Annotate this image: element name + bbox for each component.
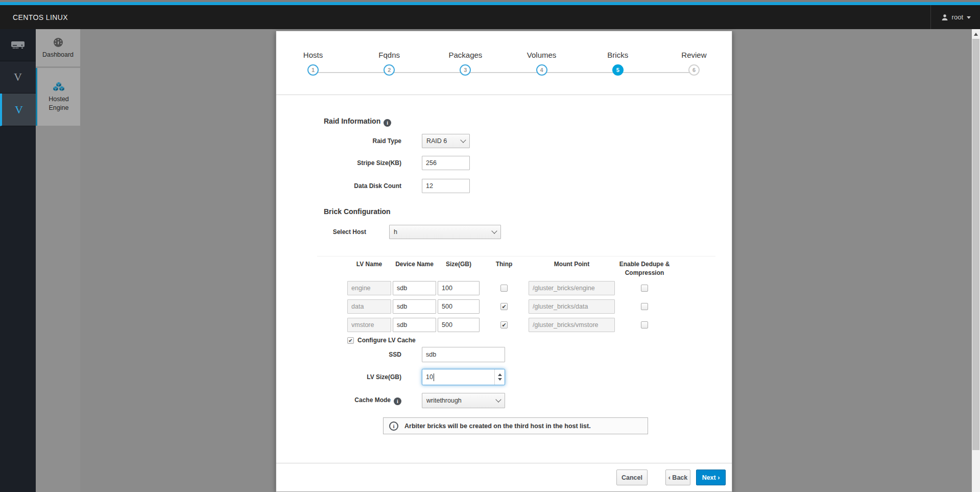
sidebar-item-host[interactable] xyxy=(0,29,36,61)
raid-type-row: Raid Type RAID 6 xyxy=(324,133,470,149)
step-review[interactable]: Review 6 xyxy=(668,51,720,76)
wizard-dialog: Hosts 1 Fqdns 2 Packages 3 Volumes 4 Bri… xyxy=(276,31,732,492)
col-mount-point: Mount Point xyxy=(529,260,615,269)
scrollbar-up-arrow-icon[interactable] xyxy=(974,33,978,36)
sidebar-item-dashboard[interactable]: Dashboard xyxy=(36,29,80,66)
step-fqdns[interactable]: Fqdns 2 xyxy=(364,51,415,76)
arbiter-info-alert: i Arbiter bricks will be created on the … xyxy=(383,417,648,434)
footer-divider xyxy=(276,463,732,463)
brand-title: CENTOS LINUX xyxy=(13,13,68,21)
sidebar-item-label: Dashboard xyxy=(42,51,74,59)
step-hosts[interactable]: Hosts 1 xyxy=(288,51,339,76)
size-input[interactable] xyxy=(438,281,480,295)
stripe-size-label: Stripe Size(KB) xyxy=(324,159,401,167)
raid-information-heading: Raid Informationi xyxy=(324,117,391,127)
info-icon: i xyxy=(394,397,401,405)
step-circle: 1 xyxy=(307,64,319,76)
step-circle: 3 xyxy=(460,64,471,76)
server-icon xyxy=(11,41,25,49)
primary-sidebar: V V xyxy=(0,29,36,492)
user-menu[interactable]: root xyxy=(930,5,975,29)
next-button[interactable]: Next › xyxy=(696,470,726,485)
thinp-checkbox[interactable]: ✔ xyxy=(500,321,508,329)
raid-type-label: Raid Type xyxy=(324,137,401,145)
text-caret xyxy=(434,373,434,381)
dedupe-checkbox[interactable] xyxy=(641,285,648,292)
size-input[interactable] xyxy=(438,299,480,314)
col-dedupe: Enable Dedupe & Compression xyxy=(616,260,673,277)
step-bricks-active[interactable]: Bricks 5 xyxy=(592,51,643,76)
dedupe-checkbox[interactable] xyxy=(641,303,648,310)
ssd-label: SSD xyxy=(324,351,401,358)
chevron-down-icon xyxy=(495,396,501,402)
col-size: Size(GB) xyxy=(438,260,480,269)
configure-lv-cache-checkbox[interactable]: ✔ xyxy=(347,337,354,344)
ssd-row: SSD xyxy=(324,347,505,362)
vertical-scrollbar[interactable] xyxy=(972,29,980,492)
dedupe-checkbox[interactable] xyxy=(641,321,648,329)
brick-row-data: ✔ xyxy=(347,299,673,314)
data-disk-count-input[interactable] xyxy=(422,179,470,193)
lv-size-input-focused[interactable]: 10 xyxy=(422,369,505,385)
select-host-row: Select Host h xyxy=(324,224,501,240)
chevron-down-icon xyxy=(460,137,466,143)
info-icon: i xyxy=(384,119,391,127)
alert-message: Arbiter bricks will be created on the th… xyxy=(404,423,591,430)
step-circle: 4 xyxy=(536,64,547,76)
steps-bar: Hosts 1 Fqdns 2 Packages 3 Volumes 4 Bri… xyxy=(288,51,720,76)
sidebar-item-hosted-engine[interactable]: Hosted Engine xyxy=(36,68,80,126)
configure-lv-cache-row: ✔ Configure LV Cache xyxy=(347,337,416,344)
thinp-checkbox[interactable]: ✔ xyxy=(500,303,508,310)
lv-name-input[interactable] xyxy=(347,281,391,295)
user-name: root xyxy=(952,13,963,21)
mount-point-input[interactable] xyxy=(529,318,615,332)
back-button[interactable]: ‹ Back xyxy=(665,470,690,485)
number-spinner[interactable] xyxy=(494,369,505,385)
brick-table-header: LV Name Device Name Size(GB) Thinp Mount… xyxy=(347,260,673,277)
col-thinp: Thinp xyxy=(481,260,527,269)
vm-initial: V xyxy=(14,71,22,84)
raid-type-select[interactable]: RAID 6 xyxy=(422,134,470,148)
step-circle: 5 xyxy=(612,64,624,76)
spinner-up-icon[interactable] xyxy=(498,373,502,376)
lv-name-input[interactable] xyxy=(347,318,391,332)
vm-initial: V xyxy=(15,103,23,116)
chevron-down-icon xyxy=(491,228,497,233)
cache-mode-select[interactable]: writethrough xyxy=(422,393,505,408)
select-host-label: Select Host xyxy=(324,228,366,236)
device-name-input[interactable] xyxy=(393,318,436,332)
chevron-down-icon xyxy=(967,16,971,19)
data-disk-count-label: Data Disk Count xyxy=(324,182,401,190)
ssd-input[interactable] xyxy=(422,347,505,362)
lv-size-label: LV Size(GB) xyxy=(324,373,401,381)
col-lv-name: LV Name xyxy=(347,260,391,269)
step-packages[interactable]: Packages 3 xyxy=(440,51,491,76)
step-volumes[interactable]: Volumes 4 xyxy=(516,51,567,76)
step-circle: 2 xyxy=(384,64,395,76)
device-name-input[interactable] xyxy=(393,299,436,314)
sidebar-item-vm-1[interactable]: V xyxy=(0,61,36,93)
secondary-sidebar: Dashboard xyxy=(36,29,80,492)
screen: CENTOS LINUX root V xyxy=(0,0,980,492)
brick-row-vmstore: ✔ xyxy=(347,317,673,333)
step-circle: 6 xyxy=(688,64,700,76)
select-host-select[interactable]: h xyxy=(389,225,501,239)
wizard-steps-header: Hosts 1 Fqdns 2 Packages 3 Volumes 4 Bri… xyxy=(276,31,732,95)
stripe-size-input[interactable] xyxy=(422,156,470,170)
lv-size-row: LV Size(GB) 10 xyxy=(324,369,505,385)
data-disk-count-row: Data Disk Count xyxy=(324,178,470,194)
sidebar-item-vm-2-active[interactable]: V xyxy=(0,93,36,126)
cache-mode-label: Cache Modei xyxy=(324,396,401,405)
spinner-down-icon[interactable] xyxy=(498,378,502,381)
col-device-name: Device Name xyxy=(393,260,436,269)
mount-point-input[interactable] xyxy=(529,281,615,295)
lv-name-input[interactable] xyxy=(347,299,391,314)
thinp-checkbox[interactable] xyxy=(500,285,508,292)
size-input[interactable] xyxy=(438,318,480,332)
device-name-input[interactable] xyxy=(393,281,436,295)
sidebar-item-label: Hosted Engine xyxy=(44,95,73,112)
cancel-button[interactable]: Cancel xyxy=(616,470,648,485)
scrollbar-thumb[interactable] xyxy=(972,39,979,450)
mount-point-input[interactable] xyxy=(529,299,615,314)
wizard-body: Raid Informationi Raid Type RAID 6 Strip… xyxy=(276,95,732,491)
